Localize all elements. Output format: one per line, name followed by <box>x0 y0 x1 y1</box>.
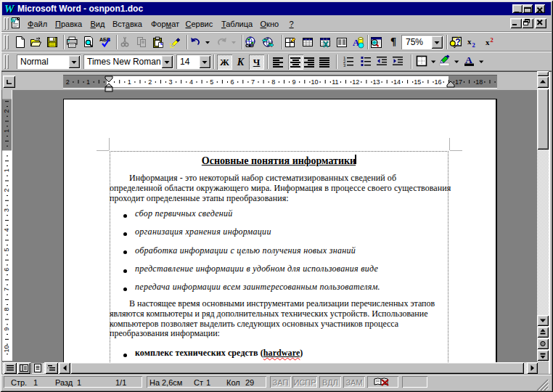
svg-text:2: 2 <box>3 109 10 113</box>
svg-text:2: 2 <box>148 78 152 86</box>
svg-text:9: 9 <box>3 327 10 331</box>
svg-text:14: 14 <box>393 78 401 86</box>
svg-text:15: 15 <box>414 78 421 86</box>
svg-text:7: 7 <box>3 287 10 291</box>
svg-text:11: 11 <box>332 78 338 86</box>
svg-text:1: 1 <box>128 78 131 86</box>
svg-text:W: W <box>10 17 16 24</box>
svg-text:8: 8 <box>271 78 275 86</box>
svg-text:x: x <box>486 38 490 46</box>
svg-text:2: 2 <box>66 78 70 86</box>
svg-text:2: 2 <box>472 41 475 49</box>
svg-text:4: 4 <box>3 228 10 232</box>
svg-text:2: 2 <box>491 36 493 44</box>
svg-text:W: W <box>4 3 15 15</box>
svg-text:1: 1 <box>3 168 10 172</box>
svg-text:A: A <box>465 54 472 65</box>
svg-text:2: 2 <box>3 189 10 192</box>
svg-text:9: 9 <box>292 78 296 86</box>
svg-text:3: 3 <box>343 63 346 67</box>
svg-text:6: 6 <box>231 78 234 86</box>
svg-text:10: 10 <box>3 345 10 352</box>
svg-text:7: 7 <box>251 78 255 86</box>
svg-text:17: 17 <box>455 78 462 86</box>
svg-text:16: 16 <box>435 78 442 86</box>
svg-text:3: 3 <box>3 208 10 212</box>
svg-text:10: 10 <box>311 78 318 86</box>
svg-text:18: 18 <box>475 78 483 86</box>
svg-text:3: 3 <box>169 78 173 86</box>
svg-text:5: 5 <box>210 78 213 86</box>
svg-text:8: 8 <box>3 307 10 311</box>
svg-text:12: 12 <box>352 78 359 86</box>
svg-text:1: 1 <box>86 78 90 86</box>
svg-text:13: 13 <box>373 78 380 86</box>
svg-text:5: 5 <box>3 248 10 251</box>
svg-text:4: 4 <box>189 78 193 86</box>
svg-text:x: x <box>467 37 472 46</box>
svg-text:1: 1 <box>3 129 10 133</box>
svg-text:6: 6 <box>3 268 10 271</box>
